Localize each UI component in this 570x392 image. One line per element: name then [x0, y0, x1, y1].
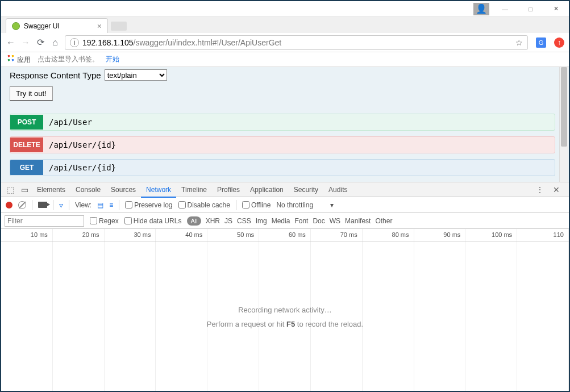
close-button[interactable]: ✕	[543, 1, 569, 17]
large-rows-icon[interactable]: ▤	[97, 201, 103, 209]
filter-type-other[interactable]: Other	[375, 217, 392, 225]
translate-icon[interactable]: G	[536, 37, 546, 48]
filter-type-all[interactable]: All	[187, 216, 201, 226]
view-label: View:	[75, 201, 91, 209]
endpoint-path: /api/User/{id}	[43, 160, 555, 176]
hide-data-urls-checkbox[interactable]: Hide data URLs	[124, 217, 182, 225]
apps-grid-icon	[7, 54, 15, 62]
preserve-log-label: Preserve log	[134, 201, 172, 209]
apps-shortcut[interactable]: 应用	[7, 54, 31, 65]
inspect-element-icon[interactable]: ⬚	[3, 185, 18, 194]
network-filterbar: Regex Hide data URLs AllXHRJSCSSImgMedia…	[1, 213, 569, 229]
devtools-tab-timeline[interactable]: Timeline	[176, 183, 212, 197]
reload-button[interactable]: ⟳	[35, 37, 45, 48]
response-content-type-label: Response Content Type	[10, 70, 101, 80]
preserve-log-checkbox[interactable]: Preserve log	[125, 201, 172, 209]
waterfall-col: 90 ms	[414, 229, 466, 241]
address-bar[interactable]: i 192.168.1.105/swagger/ui/index.html#!/…	[65, 35, 528, 50]
devtools-tab-network[interactable]: Network	[141, 183, 176, 198]
waterfall-col: 100 ms	[465, 229, 517, 241]
waterfall-col: 10 ms	[1, 229, 53, 241]
filter-type-doc[interactable]: Doc	[313, 217, 324, 225]
regex-checkbox[interactable]: Regex	[90, 217, 119, 225]
devtools-tab-application[interactable]: Application	[245, 183, 289, 197]
page-scrollbar[interactable]	[559, 67, 568, 182]
throttling-select[interactable]: No throttling ▾	[276, 201, 334, 209]
filter-type-ws[interactable]: WS	[330, 217, 340, 225]
browser-tab[interactable]: Swagger UI ×	[6, 18, 108, 33]
waterfall-col: 30 ms	[105, 229, 156, 241]
back-button[interactable]: ←	[6, 37, 16, 48]
minimize-button[interactable]: —	[492, 1, 518, 17]
filter-type-media[interactable]: Media	[272, 217, 290, 225]
clear-button[interactable]	[18, 201, 26, 209]
toolbar-divider	[236, 200, 236, 210]
scrollbar-thumb[interactable]	[561, 67, 567, 147]
window-titlebar: 👤 — □ ✕	[1, 1, 569, 17]
toolbar-divider	[119, 200, 119, 210]
devtools-close-icon[interactable]: ✕	[550, 185, 563, 194]
tab-close-icon[interactable]: ×	[97, 22, 102, 31]
network-filter-input[interactable]	[5, 215, 84, 227]
devtools-tab-audits[interactable]: Audits	[323, 183, 352, 197]
device-toolbar-icon[interactable]: ▭	[18, 185, 32, 194]
waterfall-col: 110	[517, 229, 569, 241]
home-button[interactable]: ⌂	[50, 37, 60, 48]
waterfall-col: 60 ms	[259, 229, 311, 241]
method-badge: GET	[10, 160, 43, 175]
filter-type-font[interactable]: Font	[294, 217, 308, 225]
new-tab-button[interactable]	[111, 22, 127, 31]
bookmark-start-link[interactable]: 开始	[106, 55, 119, 64]
site-info-icon[interactable]: i	[70, 38, 79, 47]
tab-title: Swagger UI	[24, 22, 60, 30]
filter-type-img[interactable]: Img	[256, 217, 267, 225]
try-it-out-button[interactable]: Try it out!	[10, 86, 53, 101]
waterfall-header: 10 ms20 ms30 ms40 ms50 ms60 ms70 ms80 ms…	[1, 229, 569, 241]
response-content-type-select[interactable]: text/plain	[105, 69, 167, 81]
waterfall-col: 70 ms	[311, 229, 363, 241]
endpoint-path: /api/User	[43, 114, 555, 130]
devtools-menu-icon[interactable]: ⋮	[532, 185, 547, 194]
offline-checkbox[interactable]: Offline	[242, 201, 271, 209]
filter-type-manifest[interactable]: Manifest	[345, 217, 371, 225]
toolbar-divider	[53, 200, 53, 210]
apps-label: 应用	[17, 56, 31, 64]
devtools-tab-security[interactable]: Security	[289, 183, 323, 197]
waterfall-view-icon[interactable]: ≡	[109, 201, 113, 209]
devtools-tab-sources[interactable]: Sources	[106, 183, 141, 197]
maximize-button[interactable]: □	[518, 1, 543, 17]
endpoint-post[interactable]: POST/api/User	[10, 114, 555, 131]
swagger-favicon-icon	[12, 22, 20, 30]
network-toolbar: ▿ View: ▤ ≡ Preserve log Disable cache O…	[1, 197, 569, 213]
regex-label: Regex	[99, 217, 119, 225]
filter-toggle-icon[interactable]: ▿	[59, 201, 63, 210]
filter-type-css[interactable]: CSS	[237, 217, 251, 225]
devtools-panel: ⬚ ▭ ElementsConsoleSourcesNetworkTimelin…	[1, 182, 569, 392]
filter-type-xhr[interactable]: XHR	[206, 217, 220, 225]
devtools-tab-profiles[interactable]: Profiles	[212, 183, 245, 197]
url-text: 192.168.1.105/swagger/ui/index.html#!/Us…	[82, 38, 512, 47]
waterfall-col: 80 ms	[363, 229, 414, 241]
offline-label: Offline	[251, 201, 271, 209]
filter-type-js[interactable]: JS	[224, 217, 232, 225]
import-bookmarks-hint: 点击这里导入书签。	[38, 55, 99, 64]
bookmark-star-icon[interactable]: ☆	[515, 38, 523, 47]
waterfall-col: 50 ms	[207, 229, 259, 241]
disable-cache-checkbox[interactable]: Disable cache	[178, 201, 230, 209]
endpoint-get[interactable]: GET/api/User/{id}	[10, 159, 555, 176]
browser-toolbar: ← → ⟳ ⌂ i 192.168.1.105/swagger/ui/index…	[1, 33, 569, 52]
endpoint-path: /api/User/{id}	[43, 137, 555, 153]
devtools-tab-elements[interactable]: Elements	[32, 183, 70, 197]
network-empty-state: Recording network activity… Perform a re…	[1, 241, 569, 392]
screenshots-icon[interactable]	[38, 202, 47, 208]
waterfall-col: 20 ms	[53, 229, 105, 241]
record-button[interactable]	[6, 202, 13, 208]
method-badge: DELETE	[10, 137, 43, 152]
toolbar-divider	[69, 200, 69, 210]
extension-icon[interactable]: ↑	[554, 37, 564, 48]
toolbar-divider	[32, 200, 32, 210]
disable-cache-label: Disable cache	[188, 201, 230, 209]
devtools-tab-console[interactable]: Console	[70, 183, 106, 197]
user-badge-icon[interactable]: 👤	[473, 3, 489, 15]
endpoint-delete[interactable]: DELETE/api/User/{id}	[10, 136, 555, 153]
